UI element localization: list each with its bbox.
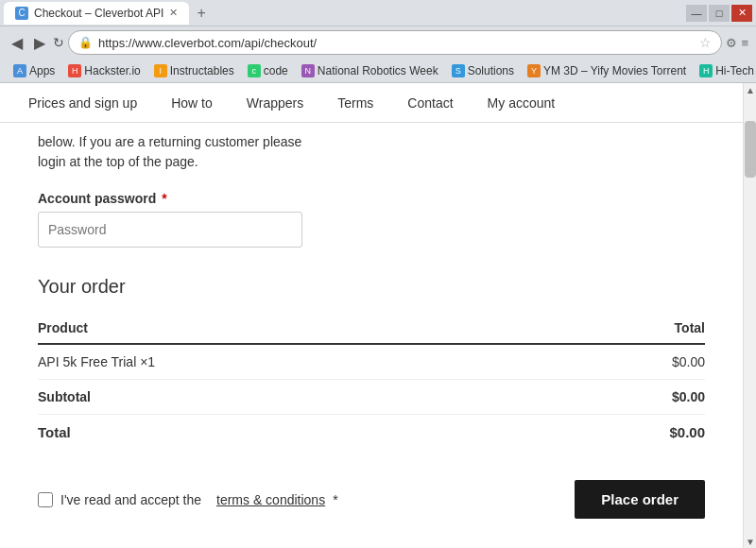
terms-text-after: * (333, 492, 337, 507)
bookmark-ym-label: YM 3D – Yify Movies Torrent (543, 64, 686, 77)
tab-close-button[interactable]: ✕ (169, 7, 178, 19)
nav-wrappers[interactable]: Wrappers (230, 83, 320, 123)
bookmark-solutions[interactable]: S Solutions (446, 62, 520, 79)
solutions-bookmark-icon: S (452, 64, 465, 77)
subtotal-row: Subtotal $0.00 (38, 380, 705, 415)
scrollbar-up-arrow[interactable]: ▲ (744, 83, 756, 96)
new-tab-button[interactable]: + (189, 5, 213, 22)
bookmark-hitech[interactable]: H Hi-Tech | Products (694, 62, 756, 79)
apps-bookmark-icon: A (13, 64, 26, 77)
order-table: Product Total API 5k Free Trial ×1 $0.00 (38, 313, 705, 450)
content-area: below. If you are a returning customer p… (0, 123, 743, 548)
total-row: Total $0.00 (38, 415, 705, 451)
order-section: Your order Product Total API 5k Free Tri… (38, 276, 705, 519)
checkout-footer: I've read and accept the terms & conditi… (38, 472, 705, 519)
terms-text-before: I've read and accept the (60, 492, 201, 507)
subtotal-label: Subtotal (38, 380, 550, 415)
main-content: Prices and sign up How to Wrappers Terms… (0, 83, 743, 548)
scrollbar-down-arrow[interactable]: ▼ (744, 535, 756, 548)
close-button[interactable]: ✕ (731, 5, 752, 22)
total-label: Total (38, 415, 550, 451)
place-order-button[interactable]: Place order (575, 480, 705, 519)
bookmark-solutions-label: Solutions (468, 64, 514, 77)
bookmark-hitech-label: Hi-Tech | Products (715, 64, 756, 77)
password-input[interactable] (38, 212, 302, 248)
nav-howto[interactable]: How to (154, 83, 230, 123)
refresh-button[interactable]: ↻ (53, 35, 64, 50)
maximize-button[interactable]: □ (709, 5, 730, 22)
subtotal-value: $0.00 (550, 380, 705, 415)
browser-tab[interactable]: C Checkout – Cleverbot API ✕ (4, 2, 189, 25)
nav-prices[interactable]: Prices and sign up (28, 83, 154, 123)
bookmark-robotics[interactable]: N National Robotics Week (296, 62, 444, 79)
title-bar: C Checkout – Cleverbot API ✕ + — □ ✕ (0, 0, 756, 26)
bookmark-hackster[interactable]: H Hackster.io (62, 62, 146, 79)
extension-icon-2[interactable]: ≡ (741, 36, 748, 50)
minimize-button[interactable]: — (686, 5, 707, 22)
nav-terms[interactable]: Terms (320, 83, 390, 123)
bookmark-robotics-label: National Robotics Week (318, 64, 438, 77)
instructables-bookmark-icon: I (154, 64, 167, 77)
required-indicator: * (162, 191, 166, 206)
tab-title: Checkout – Cleverbot API (34, 7, 163, 20)
terms-checkbox[interactable] (38, 492, 53, 507)
order-title: Your order (38, 276, 705, 298)
total-value: $0.00 (550, 415, 705, 451)
scrollbar-thumb[interactable] (745, 121, 756, 178)
hitech-bookmark-icon: H (699, 64, 713, 77)
scrollbar[interactable]: ▲ ▼ (743, 83, 756, 548)
total-column-header: Total (550, 313, 705, 344)
password-label: Account password * (38, 191, 705, 206)
address-bar-row: ◀ ▶ ↻ 🔒 https://www.cleverbot.com/api/ch… (0, 26, 756, 59)
terms-conditions-link[interactable]: terms & conditions (216, 492, 325, 507)
bookmark-instructables-label: Instructables (170, 64, 234, 77)
address-bar[interactable]: 🔒 https://www.cleverbot.com/api/checkout… (68, 30, 722, 55)
ym-bookmark-icon: Y (527, 64, 541, 77)
extension-icon-1[interactable]: ⚙ (726, 36, 737, 50)
bookmark-instructables[interactable]: I Instructables (148, 62, 240, 79)
bookmark-apps[interactable]: A Apps (8, 62, 60, 79)
forward-button[interactable]: ▶ (30, 32, 49, 54)
window-controls: — □ ✕ (686, 5, 752, 22)
site-nav: Prices and sign up How to Wrappers Terms… (0, 83, 743, 123)
bookmark-code[interactable]: c code (242, 62, 294, 79)
password-group: Account password * (38, 191, 705, 248)
robotics-bookmark-icon: N (301, 64, 315, 77)
product-column-header: Product (38, 313, 550, 344)
bookmark-apps-label: Apps (29, 64, 55, 77)
toolbar-icons: ⚙ ≡ (726, 36, 748, 50)
bookmark-hackster-label: Hackster.io (84, 64, 140, 77)
bookmark-code-label: code (264, 64, 288, 77)
nav-contact[interactable]: Contact (390, 83, 470, 123)
bookmark-ym[interactable]: Y YM 3D – Yify Movies Torrent (522, 62, 692, 79)
security-icon: 🔒 (78, 36, 93, 49)
bookmarks-bar: A Apps H Hackster.io I Instructables c c… (0, 59, 756, 83)
url-text: https://www.cleverbot.com/api/checkout/ (98, 36, 694, 50)
tab-favicon: C (15, 7, 28, 20)
product-cell: API 5k Free Trial ×1 (38, 344, 550, 380)
back-button[interactable]: ◀ (8, 32, 26, 54)
terms-checkbox-group: I've read and accept the terms & conditi… (38, 492, 338, 507)
order-row: API 5k Free Trial ×1 $0.00 (38, 344, 705, 380)
hackster-bookmark-icon: H (68, 64, 81, 77)
code-bookmark-icon: c (248, 64, 261, 77)
nav-myaccount[interactable]: My account (471, 83, 573, 123)
bookmark-star-icon[interactable]: ☆ (699, 35, 712, 50)
intro-text: below. If you are a returning customer p… (38, 123, 705, 172)
page-content: Prices and sign up How to Wrappers Terms… (0, 83, 756, 548)
product-total-cell: $0.00 (550, 344, 705, 380)
